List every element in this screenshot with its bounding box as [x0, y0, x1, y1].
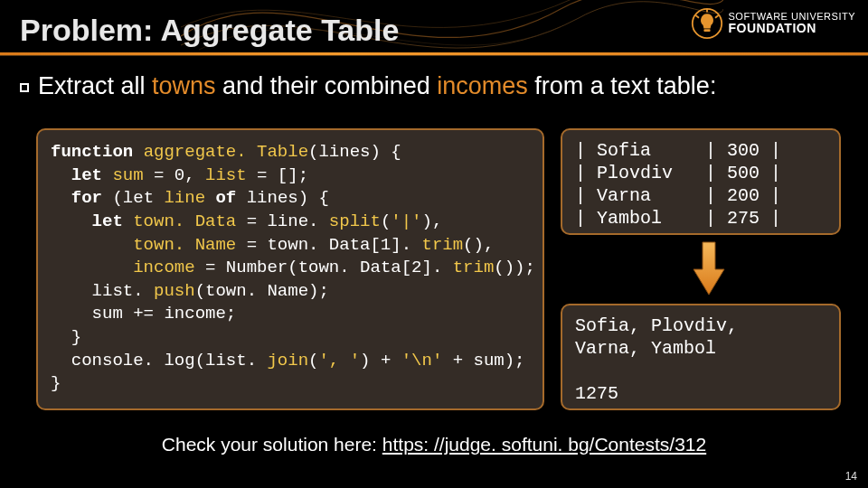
input-table: | Sofia | 300 | | Plovdiv | 500 | | Varn… [561, 128, 841, 235]
logo-line2: FOUNDATION [729, 22, 856, 35]
svg-rect-1 [703, 29, 710, 32]
lightbulb-icon [691, 7, 723, 40]
svg-line-3 [715, 15, 719, 18]
bullet-line: Extract all towns and their combined inc… [20, 72, 716, 100]
slide-title: Problem: Aggregate Table [20, 13, 399, 48]
check-pre: Check your solution here: [162, 434, 382, 455]
bullet-accent-1: towns [152, 72, 216, 99]
bullet-mid: and their combined [216, 72, 438, 99]
brand-logo: SOFTWARE UNIVERSITY FOUNDATION [691, 7, 856, 40]
output-row: 1275 [575, 383, 618, 404]
page-number: 14 [845, 470, 857, 483]
judge-link[interactable]: https: //judge. softuni. bg/Contests/312 [382, 434, 706, 455]
title-underline [0, 52, 868, 56]
input-row: | Yambol | 275 | [575, 208, 781, 229]
output-block: Sofia, Plovdiv, Varna, Yambol 1275 [561, 304, 841, 410]
input-row: | Plovdiv | 500 | [575, 163, 781, 183]
output-row: Sofia, Plovdiv, [575, 315, 738, 336]
svg-line-2 [695, 15, 699, 18]
bullet-icon [20, 83, 29, 92]
bullet-accent-2: incomes [437, 72, 528, 99]
arrow-down-icon [690, 240, 728, 296]
input-row: | Varna | 200 | [575, 185, 781, 206]
bullet-pre: Extract all [38, 72, 152, 99]
code-block: function aggregate. Table(lines) { let s… [36, 128, 544, 410]
output-row: Varna, Yambol [575, 338, 716, 359]
bullet-post: from a text table: [528, 72, 717, 99]
check-solution-line: Check your solution here: https: //judge… [0, 434, 868, 455]
input-row: | Sofia | 300 | [575, 140, 781, 161]
